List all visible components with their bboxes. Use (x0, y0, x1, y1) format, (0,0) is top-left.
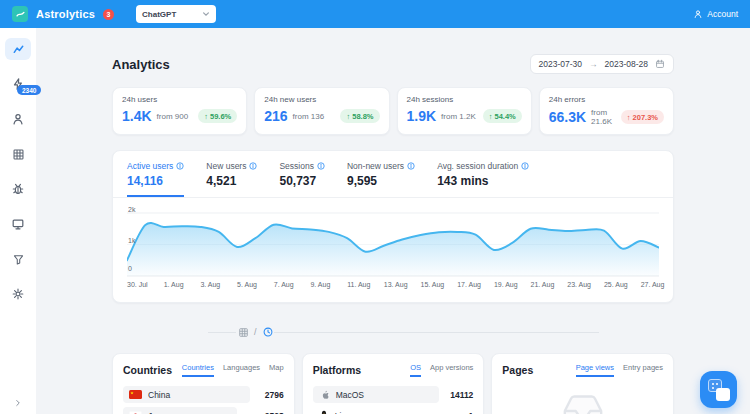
stat-value: 1.4K (122, 108, 152, 124)
chevron-right-icon (13, 398, 23, 408)
inbox-empty-icon (560, 391, 606, 414)
info-icon[interactable] (176, 162, 184, 170)
up-arrow-icon: ↑ (204, 112, 208, 121)
country-value: 2796 (250, 390, 284, 400)
sidebar-item-users[interactable] (5, 108, 31, 130)
stat-from: from 21.6K (591, 108, 616, 126)
stat-from: from 900 (157, 112, 189, 121)
x-tick: 19. Aug (494, 281, 518, 288)
tab-page-views[interactable]: Page views (576, 363, 614, 377)
calendar-icon (655, 59, 665, 69)
sidebar-item-settings[interactable] (5, 283, 31, 305)
stat-card-24h-errors: 24h errors 66.3K from 21.6K ↑ 207.3% (539, 87, 674, 135)
info-icon[interactable] (521, 162, 529, 170)
platform-row: Linux 1 (313, 407, 474, 414)
stat-cards-row: 24h users 1.4K from 900 ↑ 59.6% 24h new … (112, 87, 674, 135)
x-tick: 30. Jul (127, 281, 148, 288)
chart-range-slider[interactable]: / (112, 325, 674, 339)
x-tick: 7. Aug (274, 281, 294, 288)
time-history-icon[interactable] (262, 326, 274, 338)
empty-state: No data (502, 391, 663, 414)
delta-badge: ↑ 59.6% (198, 109, 237, 123)
astrolytics-logo-icon (12, 6, 28, 22)
x-tick: 9. Aug (310, 281, 330, 288)
user-icon (693, 9, 703, 19)
project-selector[interactable]: ChatGPT (136, 5, 216, 23)
stat-value: 66.3K (549, 109, 586, 125)
china-flag-icon (129, 390, 142, 399)
x-tick: 15. Aug (421, 281, 445, 288)
traffic-chart-svg (127, 208, 659, 278)
country-value: 2528 (250, 411, 284, 414)
platform-row: MacOS 14112 (313, 386, 474, 403)
platform-value: 14112 (439, 390, 473, 400)
chat-bubble-icon (716, 388, 730, 401)
info-icon[interactable] (407, 162, 415, 170)
gear-icon (11, 287, 25, 301)
grid-view-icon[interactable] (238, 327, 249, 338)
y-tick: 0 (128, 265, 132, 272)
traffic-chart[interactable]: 2k 1k 0 (127, 208, 659, 292)
delta-badge: ↑ 54.4% (483, 109, 522, 123)
sidebar-item-funnels[interactable] (5, 248, 31, 270)
page-title: Analytics (112, 57, 170, 72)
info-icon[interactable] (317, 162, 325, 170)
sidebar-collapse-toggle[interactable] (0, 398, 36, 408)
app-root: Astrolytics 3 ChatGPT Account 2340 (0, 0, 750, 414)
tab-entry-pages[interactable]: Entry pages (623, 363, 663, 377)
up-arrow-icon: ↑ (627, 113, 631, 122)
account-label: Account (707, 9, 738, 19)
line-chart-icon (11, 42, 26, 57)
stat-label: 24h new users (264, 95, 379, 104)
info-icon[interactable] (249, 162, 257, 170)
card-title: Countries (123, 364, 172, 376)
date-to: 2023-08-28 (605, 59, 648, 69)
country-row: Japan 2528 (123, 407, 284, 414)
tab-avg-session-duration[interactable]: Avg. session duration 143 mins (437, 161, 529, 197)
x-tick: 1. Aug (164, 281, 184, 288)
tab-active-users[interactable]: Active users 14,116 (127, 161, 184, 197)
y-tick: 2k (128, 206, 135, 213)
sidebar-item-bugs[interactable] (5, 178, 31, 200)
tab-new-users[interactable]: New users 4,521 (206, 161, 257, 197)
platforms-card: Platforms OS App versions (302, 353, 485, 414)
sidebar-item-devices[interactable] (5, 213, 31, 235)
stat-value: 216 (264, 108, 287, 124)
stat-label: 24h errors (549, 95, 664, 104)
traffic-panel: Active users 14,116 New users 4,521 Sess… (112, 150, 674, 303)
stat-label: 24h users (122, 95, 237, 104)
account-menu[interactable]: Account (693, 9, 738, 19)
date-range-picker[interactable]: 2023-07-30 → 2023-08-28 (530, 54, 674, 74)
country-name: China (148, 390, 170, 400)
platform-name: Linux (335, 411, 355, 414)
brand-title: Astrolytics (36, 8, 95, 20)
stat-label: 24h sessions (407, 95, 522, 104)
up-arrow-icon: ↑ (489, 112, 493, 121)
sidebar-item-data-table[interactable] (5, 143, 31, 165)
tab-app-versions[interactable]: App versions (430, 363, 473, 377)
x-tick: 13. Aug (384, 281, 408, 288)
x-tick: 3. Aug (200, 281, 220, 288)
x-axis: 30. Jul1. Aug3. Aug5. Aug7. Aug9. Aug11.… (127, 281, 659, 292)
user-icon (11, 112, 25, 126)
card-title: Platforms (313, 364, 361, 376)
x-tick: 21. Aug (531, 281, 555, 288)
date-arrow: → (589, 59, 598, 69)
tab-map[interactable]: Map (269, 363, 284, 377)
chat-widget-button[interactable] (700, 371, 737, 408)
y-tick: 1k (128, 237, 135, 244)
notification-badge: 3 (103, 9, 114, 20)
stat-card-24h-new-users: 24h new users 216 from 136 ↑ 58.8% (254, 87, 389, 135)
delta-badge: ↑ 58.8% (340, 109, 379, 123)
tab-non-new-users[interactable]: Non-new users 9,595 (347, 161, 415, 197)
sidebar-item-analytics[interactable] (5, 38, 31, 60)
grid-icon (12, 148, 25, 161)
tab-sessions[interactable]: Sessions 50,737 (279, 161, 325, 197)
tab-languages[interactable]: Languages (223, 363, 260, 377)
pages-card: Pages Page views Entry pages No data (491, 353, 674, 414)
separator: / (254, 327, 257, 337)
delta-badge: ↑ 207.3% (621, 110, 664, 124)
tab-os[interactable]: OS (410, 363, 421, 377)
tab-countries[interactable]: Countries (182, 363, 214, 377)
country-row: China 2796 (123, 386, 284, 403)
